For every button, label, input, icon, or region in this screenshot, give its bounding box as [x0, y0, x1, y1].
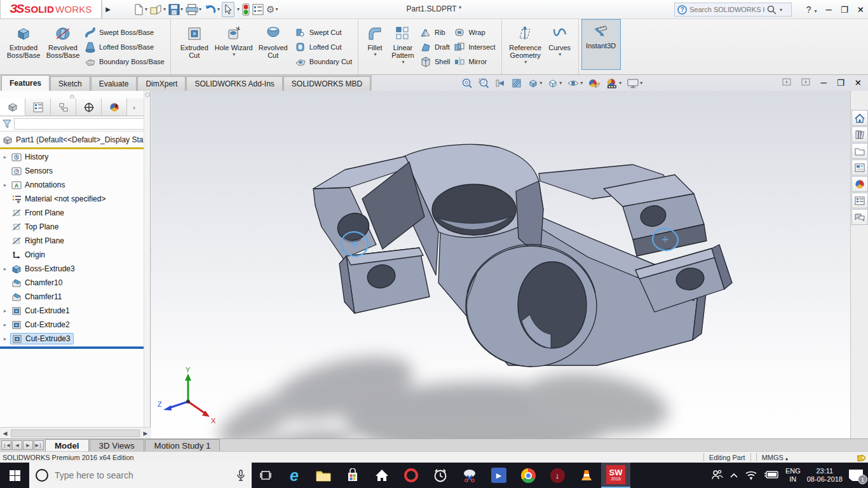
revolved-cut-button[interactable]: Revolved Cut [254, 22, 293, 72]
clevis-part[interactable] [313, 144, 732, 367]
hole-wizard-button[interactable]: Hole Wizard ▾ [214, 22, 254, 72]
tree-item-chamfer11[interactable]: Chamfer11 [0, 290, 144, 304]
minimize-button[interactable]: ─ [825, 5, 831, 15]
file-explorer-button[interactable] [851, 143, 868, 159]
battery-icon[interactable] [764, 470, 779, 481]
expand-arrow-icon[interactable]: ▸ [0, 266, 10, 272]
start-button[interactable] [0, 463, 29, 488]
model-tab[interactable]: Model [45, 439, 89, 451]
language-indicator[interactable]: ENG IN [785, 467, 801, 484]
3d-views-tab[interactable]: 3D Views [90, 439, 144, 451]
tab-solidworks-mbd[interactable]: SOLIDWORKS MBD [283, 76, 370, 91]
intersect-button[interactable]: Intersect [452, 40, 497, 53]
people-icon[interactable] [710, 469, 723, 482]
tab-solidworks-add-ins[interactable]: SOLIDWORKS Add-Ins [186, 76, 282, 91]
view-settings-button[interactable]: ▾ [626, 76, 643, 90]
help-search-input[interactable] [689, 6, 764, 13]
rollback-bar[interactable] [0, 346, 149, 349]
revolved-boss-base-button[interactable]: Revolved Boss/Base [43, 22, 83, 72]
tree-item-annotations[interactable]: ▸AAnnotations [0, 178, 144, 192]
search-icon[interactable] [767, 5, 776, 15]
rib-button[interactable]: Rib [418, 25, 452, 39]
display-style-button[interactable]: ▾ [546, 76, 562, 90]
reference-geometry-dropdown-icon[interactable]: ▾ [524, 59, 527, 65]
new-document-button[interactable]: ▾ [132, 2, 148, 17]
snipping-tool-app-icon[interactable] [455, 463, 484, 488]
tab-dimxpert[interactable]: DimXpert [137, 76, 186, 91]
extruded-boss-base-button[interactable]: Extruded Boss/Base [4, 22, 43, 72]
apply-scene-button[interactable]: ▾ [605, 76, 622, 90]
tree-item-history[interactable]: ▸History [0, 150, 144, 164]
doc-restore-icon[interactable]: ❐ [837, 78, 844, 88]
print-button[interactable]: ▾ [185, 2, 202, 17]
solidworks-app-icon[interactable]: SW2016 [601, 463, 630, 488]
taskbar-search-box[interactable] [29, 463, 252, 488]
dimxpertmanager-tab[interactable] [76, 98, 102, 116]
tree-item-sensors[interactable]: Sensors [0, 164, 144, 178]
view-palette-button[interactable] [851, 159, 868, 175]
first-tab-icon[interactable]: ❘◀ [1, 440, 11, 450]
curves-dropdown-icon[interactable]: ▾ [559, 51, 561, 57]
tree-item-cut-extrude3[interactable]: ▸Cut-Extrude3 [0, 332, 144, 346]
tree-item-chamfer10[interactable]: Chamfer10 [0, 276, 144, 290]
shell-button[interactable]: Shell [418, 55, 452, 68]
downloader-app-icon[interactable]: ↓ [543, 463, 572, 488]
lofted-cut-button[interactable]: Lofted Cut [293, 40, 354, 53]
lofted-boss-button[interactable]: Lofted Boss/Base [83, 40, 166, 53]
instant3d-button[interactable]: Instant3D [581, 19, 621, 70]
search-dropdown-icon[interactable]: ▾ [780, 7, 782, 13]
draft-button[interactable]: Draft [418, 40, 452, 53]
expand-arrow-icon[interactable]: ▸ [0, 154, 10, 160]
manager-tabs-overflow-icon[interactable]: › [127, 98, 141, 116]
tree-item-cut-extrude2[interactable]: ▸Cut-Extrude2 [0, 318, 144, 332]
wrap-button[interactable]: Wrap [452, 25, 497, 39]
tab-features[interactable]: Features [1, 75, 50, 91]
doc-minimize-icon[interactable]: ─ [820, 78, 826, 88]
tree-item-boss-extrude3[interactable]: ▸Boss-Extrude3 [0, 262, 144, 276]
tree-item-top-plane[interactable]: Top Plane [0, 220, 144, 234]
task-view-button[interactable] [252, 463, 280, 488]
home-app-icon[interactable] [367, 463, 397, 488]
options-button[interactable] [252, 2, 264, 17]
tree-item-front-plane[interactable]: Front Plane [0, 206, 144, 220]
boundary-cut-button[interactable]: Boundary Cut [293, 55, 354, 68]
part-3d-model[interactable] [151, 91, 850, 438]
configurationmanager-tab[interactable] [51, 98, 76, 116]
displaymanager-tab[interactable] [102, 98, 127, 116]
help-menu-button[interactable]: ? ▾ [806, 4, 817, 15]
doc-close-icon[interactable]: ✕ [855, 78, 862, 88]
extruded-cut-button[interactable]: Extruded Cut [175, 22, 214, 72]
scroll-left-icon[interactable]: ◀ [0, 430, 10, 437]
featuremanager-tab[interactable] [0, 98, 25, 116]
linear-pattern-dropdown-icon[interactable]: ▾ [402, 59, 404, 65]
prev-tab-icon[interactable]: ◀ [12, 440, 22, 450]
view-orientation-button[interactable]: ▾ [527, 76, 543, 90]
microsoft-store-app-icon[interactable] [338, 463, 367, 488]
curves-button[interactable]: Curves ▾ [545, 22, 574, 72]
hide-show-items-button[interactable]: ▾ [566, 76, 583, 90]
vlc-app-icon[interactable] [572, 463, 601, 488]
expand-arrow-icon[interactable]: ▸ [0, 336, 10, 342]
fillet-dropdown-icon[interactable]: ▾ [374, 51, 376, 57]
tree-item-material[interactable]: Material <not specified> [0, 192, 144, 206]
chrome-app-icon[interactable] [513, 463, 543, 488]
next-tab-icon[interactable]: ▶ [23, 440, 33, 450]
panel-horizontal-scrollbar[interactable]: ◀ ▶ [0, 427, 151, 438]
menu-flyout-icon[interactable]: ▶ [103, 3, 113, 17]
zoom-to-area-button[interactable] [477, 76, 490, 90]
undo-button[interactable]: ▾ [203, 2, 220, 17]
collapse-left-pane-icon[interactable] [782, 78, 791, 88]
expand-arrow-icon[interactable]: ▸ [0, 322, 10, 328]
graphics-viewport[interactable]: Y Z X [151, 91, 850, 438]
tree-item-origin[interactable]: Origin [0, 248, 144, 262]
expand-arrow-icon[interactable]: ▸ [0, 308, 10, 314]
propertymanager-tab[interactable] [25, 98, 51, 116]
forum-button[interactable] [851, 209, 868, 225]
select-dropdown-button[interactable]: ▾ [236, 2, 240, 17]
section-view-button[interactable] [510, 76, 523, 90]
select-tool-button[interactable] [222, 2, 234, 17]
wifi-icon[interactable] [745, 470, 757, 482]
home-button[interactable] [851, 110, 868, 126]
hole-wizard-dropdown-icon[interactable]: ▾ [233, 51, 235, 57]
design-library-button[interactable] [851, 126, 868, 142]
